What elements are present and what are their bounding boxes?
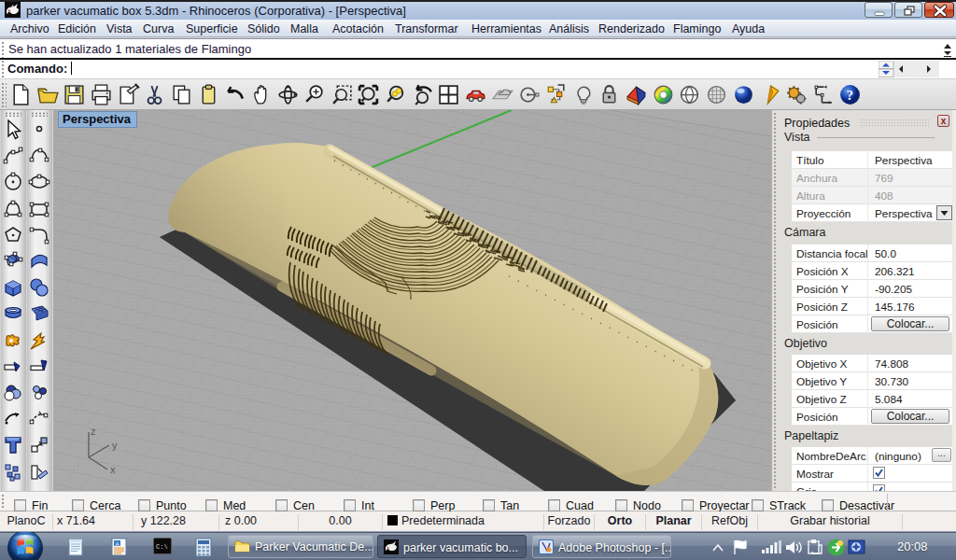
svg-text:z: z	[91, 426, 96, 437]
svg-text:C:\: C:\	[156, 543, 168, 551]
svg-text:A: A	[115, 541, 119, 547]
svg-text:?: ?	[847, 88, 853, 103]
svg-text:y: y	[112, 440, 118, 451]
svg-text:x: x	[110, 464, 116, 475]
